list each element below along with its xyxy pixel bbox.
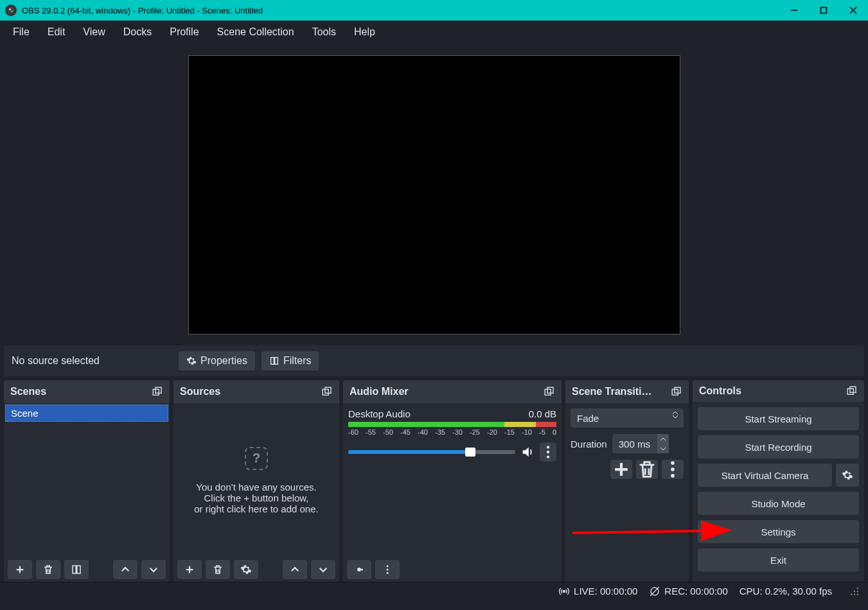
duration-value: 300 ms	[619, 439, 650, 449]
sources-empty-state[interactable]: ? You don't have any sources. Click the …	[179, 408, 334, 552]
track-menu-button[interactable]	[540, 442, 556, 462]
transition-select[interactable]: Fade	[571, 408, 684, 428]
track-name: Desktop Audio	[348, 408, 411, 419]
tick: 0	[553, 428, 556, 436]
svg-point-34	[671, 474, 675, 478]
scene-filters-button[interactable]	[64, 560, 89, 579]
svg-point-24	[361, 569, 363, 571]
tick: -45	[400, 428, 411, 436]
tick: -5	[539, 428, 545, 436]
svg-point-44	[854, 593, 855, 595]
svg-point-21	[547, 446, 549, 448]
svg-point-2	[11, 10, 13, 12]
duration-label: Duration	[571, 439, 607, 449]
transition-selected: Fade	[577, 413, 599, 424]
svg-rect-4	[821, 8, 827, 13]
menu-scene-collection[interactable]: Scene Collection	[208, 22, 303, 42]
preview-canvas[interactable]	[188, 55, 680, 335]
svg-point-33	[671, 467, 675, 471]
menu-help[interactable]: Help	[345, 22, 384, 42]
properties-button[interactable]: Properties	[179, 351, 255, 370]
svg-rect-13	[73, 566, 76, 573]
window-titlebar: OBS 29.0.2 (64-bit, windows) - Profile: …	[0, 0, 868, 21]
spin-up-icon[interactable]	[657, 434, 669, 444]
move-source-down-button[interactable]	[311, 560, 335, 579]
start-recording-button[interactable]: Start Recording	[698, 435, 859, 458]
close-button[interactable]	[838, 0, 868, 21]
svg-point-26	[387, 569, 389, 571]
start-virtual-camera-button[interactable]: Start Virtual Camera	[698, 464, 832, 487]
spin-down-icon[interactable]	[657, 444, 669, 453]
tick: -55	[366, 428, 376, 436]
exit-button[interactable]: Exit	[698, 548, 859, 571]
source-properties-button[interactable]	[234, 560, 258, 579]
audio-mixer-dock: Audio Mixer Desktop Audio 0.0 dB -60 -55…	[343, 380, 562, 582]
tick: -25	[470, 428, 480, 436]
mixer-menu-button[interactable]	[375, 560, 400, 579]
broadcast-icon	[558, 586, 570, 597]
question-icon: ?	[245, 447, 268, 470]
scenes-dock: Scenes Scene	[4, 380, 170, 582]
resize-grip-icon[interactable]	[850, 587, 859, 596]
popout-icon[interactable]	[671, 386, 682, 397]
live-status: LIVE: 00:00:00	[574, 586, 637, 597]
menu-profile[interactable]: Profile	[161, 22, 208, 42]
scenes-title: Scenes	[10, 386, 46, 397]
move-scene-down-button[interactable]	[141, 560, 166, 579]
speaker-icon[interactable]	[520, 445, 535, 459]
popout-icon[interactable]	[152, 386, 163, 397]
virtual-camera-settings-button[interactable]	[836, 464, 859, 487]
transitions-title: Scene Transiti…	[572, 386, 652, 397]
svg-point-40	[857, 588, 858, 589]
tick: -50	[383, 428, 393, 436]
transition-menu-button[interactable]	[662, 460, 684, 479]
tick: -15	[504, 428, 515, 436]
svg-point-41	[854, 590, 855, 591]
popout-icon[interactable]	[544, 386, 555, 397]
svg-point-23	[547, 455, 549, 458]
cpu-status: CPU: 0.2%, 30.00 fps	[740, 586, 832, 597]
menu-view[interactable]: View	[74, 22, 114, 42]
advanced-audio-button[interactable]	[347, 560, 371, 579]
menu-bar: File Edit View Docks Profile Scene Colle…	[0, 21, 868, 44]
menu-tools[interactable]: Tools	[303, 22, 345, 42]
sources-title: Sources	[180, 386, 220, 397]
remove-scene-button[interactable]	[36, 560, 60, 579]
duration-spinbox[interactable]: 300 ms	[612, 434, 669, 453]
move-source-up-button[interactable]	[283, 560, 307, 579]
add-transition-button[interactable]	[610, 460, 632, 479]
remove-transition-button[interactable]	[636, 460, 658, 479]
filters-icon	[269, 356, 279, 366]
svg-point-37	[563, 590, 565, 592]
svg-point-43	[851, 593, 852, 595]
svg-point-27	[387, 572, 389, 574]
add-scene-button[interactable]	[8, 560, 32, 579]
svg-point-22	[547, 451, 549, 453]
filters-button[interactable]: Filters	[261, 351, 319, 370]
status-bar: LIVE: 00:00:00 REC: 00:00:00 CPU: 0.2%, …	[0, 582, 868, 600]
svg-rect-7	[271, 358, 274, 365]
source-context-toolbar: No source selected Properties Filters	[4, 345, 864, 376]
scene-item[interactable]: Scene	[5, 405, 168, 422]
svg-point-42	[857, 590, 858, 591]
menu-edit[interactable]: Edit	[39, 22, 75, 42]
volume-slider[interactable]	[348, 450, 515, 454]
maximize-button[interactable]	[809, 0, 838, 21]
start-streaming-button[interactable]: Start Streaming	[698, 407, 859, 430]
controls-title: Controls	[699, 385, 741, 397]
remove-source-button[interactable]	[206, 560, 230, 579]
menu-file[interactable]: File	[4, 22, 39, 42]
preview-region	[0, 44, 868, 345]
svg-rect-8	[275, 358, 278, 365]
settings-button[interactable]: Settings	[698, 520, 859, 543]
add-source-button[interactable]	[177, 560, 202, 579]
move-scene-up-button[interactable]	[113, 560, 137, 579]
tick: -40	[418, 428, 428, 436]
minimize-button[interactable]	[779, 0, 809, 21]
tick: -10	[522, 428, 532, 436]
popout-icon[interactable]	[846, 385, 858, 397]
popout-icon[interactable]	[321, 386, 333, 397]
controls-dock: Controls Start Streaming Start Recording…	[693, 380, 864, 582]
studio-mode-button[interactable]: Studio Mode	[698, 492, 859, 515]
menu-docks[interactable]: Docks	[114, 22, 161, 42]
